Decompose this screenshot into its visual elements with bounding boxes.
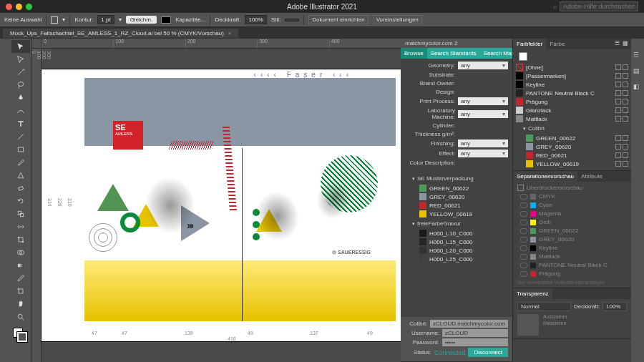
gradient-tool[interactable] <box>11 259 30 272</box>
artboard-tool[interactable] <box>11 285 30 298</box>
lasso-tool[interactable] <box>11 79 30 92</box>
visibility-toggle-icon[interactable] <box>520 202 527 208</box>
opacity-input[interactable]: 100% <box>245 15 266 24</box>
swatch-row[interactable]: Prägung <box>516 98 628 105</box>
swatch-row[interactable]: [Passermarken] <box>516 72 628 79</box>
direct-selection-tool[interactable] <box>11 53 30 66</box>
minimize-window-button[interactable] <box>16 4 22 10</box>
visibility-toggle-icon[interactable] <box>520 254 527 260</box>
swatch-row[interactable]: GREY_00620 <box>526 143 628 150</box>
mini-swatch[interactable] <box>519 52 527 61</box>
libraries-icon[interactable]: ▤ <box>633 67 642 76</box>
tab-farbe[interactable]: Farbe <box>546 39 568 49</box>
swatch-row[interactable]: YELLOW_00619 <box>526 160 628 167</box>
swatch-row[interactable]: GREY_00620 <box>419 193 508 200</box>
swatch-row[interactable]: YELLOW_00619 <box>419 210 508 217</box>
separation-row[interactable]: Gelb <box>520 219 624 225</box>
type-tool[interactable] <box>11 117 30 130</box>
eraser-tool[interactable] <box>11 182 30 195</box>
zoom-tool[interactable] <box>11 310 30 323</box>
chevron-down-icon[interactable]: ▾ <box>119 16 122 23</box>
swatch-row[interactable]: H000_L25_C000 <box>419 255 508 263</box>
rectangle-tool[interactable] <box>11 143 30 156</box>
uniform-button[interactable]: Gleichm. <box>126 16 157 24</box>
document-tab[interactable]: Mock_Ups_Faltschachtel_SE_AMLESS_1_RZ_Cl… <box>3 29 238 38</box>
separation-row[interactable]: Prägung <box>520 270 624 277</box>
eyedropper-tool[interactable] <box>11 272 30 285</box>
grid-view-icon[interactable]: ▦ <box>623 40 628 48</box>
swatch-row[interactable]: Mattlack <box>516 115 628 122</box>
stroke-swatch[interactable] <box>17 332 27 342</box>
mmc-select[interactable]: any▾ <box>458 140 508 147</box>
selection-tool[interactable] <box>11 40 30 53</box>
swatch-row[interactable]: H000_L10_C000 <box>419 230 508 237</box>
tab-transparenz[interactable]: Transparenz <box>513 288 552 299</box>
swatch-row[interactable]: GREEN_00622 <box>526 134 628 142</box>
swatch-row[interactable]: RED_00621 <box>419 202 508 209</box>
chevron-down-icon[interactable]: ▾ <box>62 16 65 23</box>
blend-mode-select[interactable]: Normal <box>517 302 571 311</box>
style-select[interactable] <box>285 19 299 21</box>
doc-setup-button[interactable]: Dokument einrichten <box>308 15 368 24</box>
curvature-tool[interactable] <box>11 104 30 117</box>
square-icon[interactable] <box>51 16 58 24</box>
overprint-checkbox-row[interactable]: Überdruckenvorschau <box>517 185 627 191</box>
swatch-row[interactable]: H000_L20_C000 <box>419 247 508 254</box>
mmc-select[interactable]: any▾ <box>458 97 508 105</box>
separation-row[interactable]: Magenta <box>520 210 624 217</box>
swatch-row[interactable]: RED_00621 <box>526 152 628 159</box>
stroke-weight-input[interactable]: 1 pt <box>97 15 114 24</box>
swatch-row[interactable]: H000_L15_C000 <box>419 238 508 245</box>
fill-stroke-control[interactable] <box>10 326 31 345</box>
width-tool[interactable] <box>11 220 30 233</box>
separation-row[interactable]: Cyan <box>520 202 624 208</box>
swatch-row[interactable]: PANTONE Neutral Black C <box>516 89 628 97</box>
shaper-tool[interactable] <box>11 169 30 182</box>
visibility-toggle-icon[interactable] <box>520 271 527 277</box>
hand-tool[interactable] <box>11 298 30 310</box>
visibility-toggle-icon[interactable] <box>520 228 527 234</box>
tab-farbfelder[interactable]: Farbfelder <box>513 39 546 49</box>
scale-tool[interactable] <box>11 207 30 220</box>
free-transform-tool[interactable] <box>11 233 30 246</box>
separation-row[interactable]: Keyline <box>520 245 624 251</box>
separation-row[interactable]: GREEN_00622 <box>520 228 624 234</box>
login-colibri-value[interactable]: zCLOUD.matchmycolor.com <box>430 320 508 328</box>
visibility-toggle-icon[interactable] <box>520 263 527 268</box>
separation-row[interactable]: Mattlack <box>520 253 624 260</box>
separation-row[interactable]: CMYK <box>520 193 624 200</box>
maximize-window-button[interactable] <box>26 4 32 10</box>
swatch-row[interactable]: Keyline <box>516 81 628 88</box>
shape-builder-tool[interactable] <box>11 246 30 259</box>
layers-icon[interactable]: ◧ <box>633 83 642 92</box>
close-window-button[interactable] <box>6 4 12 10</box>
swatch-row[interactable]: GREEN_00622 <box>419 185 508 192</box>
visibility-toggle-icon[interactable] <box>520 237 527 243</box>
visibility-toggle-icon[interactable] <box>520 220 527 225</box>
rotate-tool[interactable] <box>11 195 30 207</box>
mmc-select[interactable]: any▾ <box>458 110 508 118</box>
close-tab-icon[interactable]: × <box>228 30 232 36</box>
swatch-row[interactable]: [Ohne] <box>516 64 628 71</box>
swatch-group-header[interactable]: SE Musterverpackung <box>405 174 508 183</box>
aussparen-checkbox[interactable]: Aussparen <box>543 314 567 319</box>
line-tool[interactable] <box>11 130 30 143</box>
list-view-icon[interactable]: ☰ <box>615 40 620 48</box>
transparency-thumbnail[interactable] <box>517 314 539 336</box>
mmc-select[interactable]: any▾ <box>458 62 508 69</box>
tab-separationen[interactable]: Separationenvorschau <box>513 171 577 182</box>
login-user-value[interactable]: zCLOUD <box>442 329 508 337</box>
swatch-group-header[interactable]: freieFarbeGravur <box>405 219 508 228</box>
maskieren-checkbox[interactable]: Maskieren <box>543 321 567 326</box>
opacity-value-input[interactable]: 100% <box>602 302 627 311</box>
separation-row[interactable]: GREY_00620 <box>520 236 624 243</box>
magic-wand-tool[interactable] <box>11 66 30 79</box>
visibility-toggle-icon[interactable] <box>520 245 527 251</box>
farb-group-header[interactable]: Colibri <box>516 124 628 133</box>
properties-icon[interactable]: ☰ <box>633 52 642 60</box>
mmc-tab-standards[interactable]: Search Standards <box>427 48 480 59</box>
separation-row[interactable]: PANTONE Neutral Black C <box>520 262 624 268</box>
preferences-button[interactable]: Voreinstellungen <box>373 15 422 24</box>
mmc-tab-browse[interactable]: Browse <box>401 48 427 59</box>
pen-tool[interactable] <box>11 92 30 104</box>
